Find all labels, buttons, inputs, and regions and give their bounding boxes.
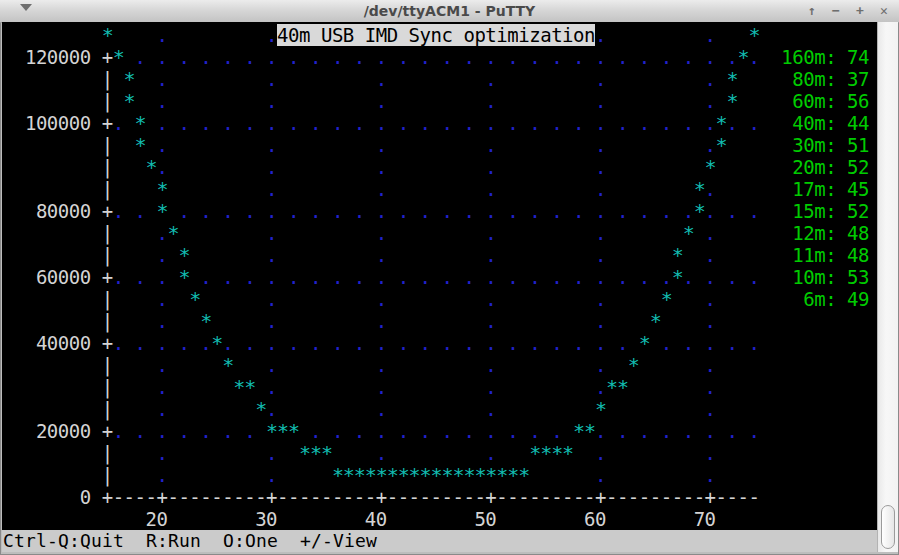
grid-dot: .: [507, 46, 518, 68]
plot-point: *: [672, 244, 683, 266]
grid-dot: .: [595, 134, 606, 156]
plot-point: *: [474, 464, 485, 486]
grid-dot: .: [420, 200, 431, 222]
grid-dot: .: [135, 46, 146, 68]
grid-dot: .: [551, 420, 562, 442]
plot-point: *: [683, 222, 694, 244]
y-axis-line: |: [102, 354, 113, 376]
legend-entry: m: [814, 90, 825, 112]
grid-dot: .: [595, 200, 606, 222]
y-tick-label: 1: [25, 46, 36, 68]
legend-entry: m: [814, 200, 825, 222]
plot-point: *: [716, 134, 727, 156]
grid-dot: .: [156, 332, 167, 354]
plot-point: *: [507, 464, 518, 486]
grid-dot: .: [376, 200, 387, 222]
grid-dot: .: [332, 420, 343, 442]
chart-title: [310, 24, 321, 46]
grid-dot: .: [595, 244, 606, 266]
minimize-button[interactable]: −: [829, 0, 843, 22]
grid-dot: .: [244, 332, 255, 354]
plot-point: *: [167, 222, 178, 244]
legend-entry: 6: [803, 288, 814, 310]
grid-dot: .: [420, 420, 431, 442]
x-axis-line: -: [606, 486, 617, 508]
grid-dot: .: [529, 46, 540, 68]
close-button[interactable]: ✕: [877, 0, 891, 22]
grid-dot: .: [113, 332, 124, 354]
x-tick-label: 3: [255, 508, 266, 530]
grid-dot: .: [332, 332, 343, 354]
scrollbar-thumb[interactable]: [881, 505, 895, 549]
grid-dot: .: [420, 112, 431, 134]
legend-entry: :: [825, 112, 836, 134]
legend-entry: 8: [858, 244, 869, 266]
x-axis-line: +: [102, 486, 113, 508]
grid-dot: .: [332, 266, 343, 288]
grid-dot: .: [639, 112, 650, 134]
grid-dot: .: [156, 244, 167, 266]
grid-dot: .: [573, 112, 584, 134]
plot-point: *: [584, 420, 595, 442]
grid-dot: .: [639, 420, 650, 442]
chart-title: 0: [288, 24, 299, 46]
shade-button[interactable]: ↑: [805, 0, 819, 22]
y-tick-label: 0: [69, 266, 80, 288]
plot-point: *: [376, 464, 387, 486]
y-tick-label: 0: [80, 420, 91, 442]
grid-dot: .: [310, 420, 321, 442]
grid-dot: .: [376, 398, 387, 420]
scrollbar[interactable]: [877, 22, 898, 552]
legend-entry: 1: [781, 46, 792, 68]
x-tick-mark: +: [595, 486, 606, 508]
x-axis-line: -: [211, 486, 222, 508]
x-tick-label: 0: [376, 508, 387, 530]
y-tick-label: 0: [47, 332, 58, 354]
x-axis-line: -: [299, 486, 310, 508]
y-tick-label: 0: [58, 200, 69, 222]
grid-dot: .: [376, 112, 387, 134]
legend-entry: m: [814, 134, 825, 156]
grid-dot: .: [200, 200, 211, 222]
chart-title: o: [463, 24, 474, 46]
y-tick-label: 0: [58, 112, 69, 134]
legend-entry: 3: [858, 266, 869, 288]
grid-dot: .: [705, 244, 716, 266]
plot-point: *: [332, 464, 343, 486]
chart-title: S: [332, 24, 343, 46]
grid-dot: .: [529, 420, 540, 442]
x-axis-line: -: [672, 486, 683, 508]
plot-point: *: [540, 442, 551, 464]
chart-title: t: [551, 24, 562, 46]
grid-dot: .: [705, 134, 716, 156]
y-tick-label: 0: [69, 420, 80, 442]
y-axis-line: |: [102, 376, 113, 398]
grid-dot: .: [420, 46, 431, 68]
grid-dot: .: [113, 266, 124, 288]
window-title: /dev/ttyACM1 - PuTTY: [0, 1, 899, 22]
grid-dot: .: [288, 112, 299, 134]
grid-dot: .: [683, 266, 694, 288]
x-axis-line: -: [748, 486, 759, 508]
grid-dot: .: [595, 310, 606, 332]
x-tick-label: 0: [156, 508, 167, 530]
grid-dot: .: [266, 244, 277, 266]
grid-dot: .: [376, 178, 387, 200]
chart-title: i: [518, 24, 529, 46]
titlebar[interactable]: /dev/ttyACM1 - PuTTY ↑ − + ✕: [0, 0, 899, 23]
grid-dot: .: [376, 68, 387, 90]
grid-dot: .: [661, 332, 672, 354]
grid-dot: .: [222, 46, 233, 68]
y-tick-label: 0: [58, 46, 69, 68]
plot-point: *: [189, 288, 200, 310]
grid-dot: .: [551, 112, 562, 134]
legend-entry: 5: [803, 200, 814, 222]
y-axis-line: |: [102, 288, 113, 310]
legend-entry: 2: [858, 200, 869, 222]
terminal-screen[interactable]: ........................................…: [2, 22, 877, 530]
maximize-button[interactable]: +: [853, 0, 867, 22]
x-axis-line: -: [222, 486, 233, 508]
grid-dot: .: [442, 112, 453, 134]
plot-point: *: [529, 442, 540, 464]
legend-entry: 4: [858, 112, 869, 134]
